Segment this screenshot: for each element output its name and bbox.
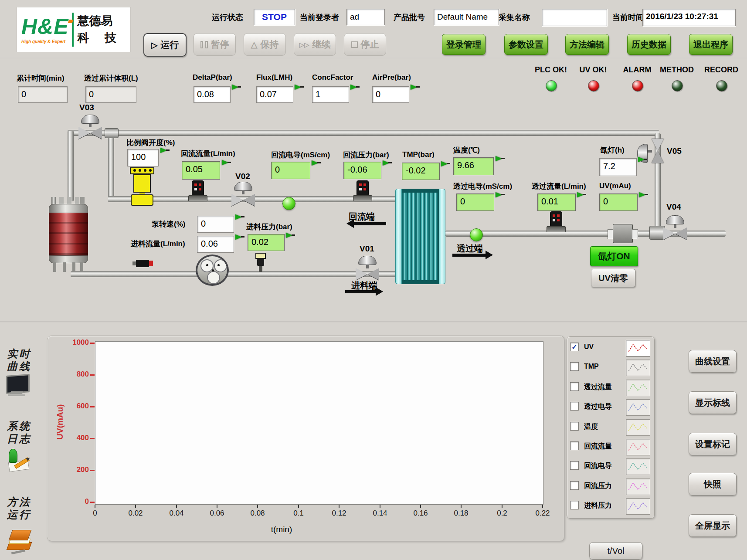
- sidebar-item-method-run[interactable]: 方法运行: [7, 496, 31, 521]
- valve-v02[interactable]: [230, 182, 256, 206]
- valve-body: [78, 127, 90, 139]
- permeate-cumulative-volume-value: 0: [85, 86, 136, 103]
- valve-v04-label: V04: [666, 202, 681, 212]
- logo-name-bottom: 科 技: [78, 30, 123, 47]
- login-management-button[interactable]: 登录管理: [442, 34, 486, 55]
- method-edit-button[interactable]: 方法编辑: [565, 34, 609, 55]
- xenon-lamp-hours-value[interactable]: 7.2: [599, 158, 637, 176]
- x-tick-mark: [217, 505, 217, 508]
- stop-button[interactable]: 停止: [344, 33, 386, 56]
- xenon-lamp-on-button[interactable]: 氙灯ON: [590, 246, 638, 266]
- airpre-label: AirPre(bar): [372, 73, 411, 82]
- reflux-arrow-icon: [350, 222, 386, 225]
- set-marker-button[interactable]: 设置标记: [689, 433, 737, 455]
- feed-flow-value[interactable]: 0.06: [197, 236, 234, 253]
- valve-dome: [81, 115, 99, 124]
- parameter-settings-button[interactable]: 参数设置: [504, 34, 548, 55]
- legend-line-sample-uv: [626, 340, 650, 356]
- current-user-input[interactable]: [346, 9, 385, 25]
- legend-checkbox-reflux-conductivity[interactable]: [570, 461, 579, 470]
- valve-v05-label: V05: [667, 146, 682, 156]
- permeate-cumulative-volume-label: 透过累计体积(L): [84, 73, 138, 83]
- hmi-screen: H&E High quality & Expert 慧德易 科 技 运行状态 S…: [0, 0, 747, 560]
- flag-icon: [350, 85, 360, 91]
- valve-v03[interactable]: [77, 115, 103, 139]
- current-time-label: 当前时间: [612, 12, 644, 23]
- recordled-label: RECORD: [697, 65, 745, 75]
- pause-button[interactable]: 暂停: [194, 33, 236, 56]
- legend-line-sample-temperature: [626, 419, 650, 436]
- flag-icon: [235, 234, 245, 241]
- plc-ok-led-label: PLC OK!: [527, 65, 575, 75]
- x-tick-label: 0: [80, 509, 110, 518]
- feed-port-label: 进料端: [351, 280, 377, 292]
- legend-checkbox-reflux-pressure[interactable]: [570, 481, 579, 490]
- play-button[interactable]: ▷运行: [143, 33, 187, 57]
- x-axis-label: t(min): [255, 525, 308, 534]
- exit-program-button[interactable]: 退出程序: [689, 34, 733, 55]
- flag-icon: [286, 233, 295, 239]
- sidebar-item-realtime-curve[interactable]: 实时曲线: [7, 348, 31, 373]
- legend-checkbox-tmp[interactable]: [570, 362, 579, 371]
- snapshot-button[interactable]: 快照: [689, 473, 737, 496]
- acquisition-name-label: 采集名称: [499, 12, 530, 23]
- history-data-button[interactable]: 历史数据: [627, 34, 671, 55]
- flag-icon: [496, 156, 505, 162]
- legend-checkbox-feed-pressure[interactable]: [570, 501, 579, 509]
- batch-input[interactable]: [434, 9, 499, 25]
- x-tick-mark: [502, 505, 503, 508]
- pump-speed-value[interactable]: 0: [197, 216, 234, 233]
- resume-icon: ▷▷: [299, 41, 309, 48]
- airpre-value[interactable]: 0: [372, 86, 409, 103]
- valve-v03-label: V03: [79, 103, 94, 112]
- concfactor-label: ConcFactor: [312, 73, 353, 82]
- fullscreen-button[interactable]: 全屏显示: [689, 514, 737, 537]
- prop-valve-bolts: [133, 169, 136, 172]
- legend-checkbox-permeate-conductivity[interactable]: [570, 402, 579, 411]
- sidebar-item-system-log[interactable]: 系统日志: [7, 420, 31, 445]
- legend-label-reflux-flow: 回流流量: [584, 442, 612, 451]
- sidebar-label-line: 系统: [7, 420, 31, 433]
- legend-checkbox-permeate-flow[interactable]: [570, 382, 579, 391]
- membrane-bottom-bar: [402, 280, 439, 284]
- flag-icon: [411, 85, 420, 91]
- y-tick-label: 1000: [61, 338, 89, 347]
- valve-v04[interactable]: [662, 215, 688, 240]
- y-tick-mark: [90, 470, 95, 471]
- xenon-lamp-hours-label: 氙灯(h): [600, 145, 625, 155]
- uv-zero-button[interactable]: UV清零: [591, 269, 635, 287]
- deltap-value[interactable]: 0.08: [194, 86, 231, 103]
- plot-area[interactable]: [95, 341, 543, 505]
- temperature-label: 温度(℃): [453, 145, 480, 155]
- hold-button[interactable]: △保持: [244, 33, 286, 56]
- led-indicator: [588, 80, 599, 92]
- x-tick-label: 0.14: [365, 509, 395, 518]
- y-tick-mark: [90, 406, 95, 407]
- section-divider: [0, 321, 747, 322]
- y-tick-mark: [90, 374, 95, 376]
- legend-checkbox-reflux-flow[interactable]: [570, 441, 579, 450]
- pump-dots: [212, 269, 214, 272]
- pause-button-label: 暂停: [211, 38, 229, 51]
- legend-label-tmp: TMP: [584, 363, 599, 370]
- legend-checkbox-uv[interactable]: ✓: [570, 343, 579, 351]
- t-vol-toggle-button[interactable]: t/Vol: [589, 542, 642, 560]
- feed-pressure-label: 进料压力(bar): [246, 222, 292, 232]
- prop-valve-opening-value[interactable]: 100: [127, 149, 159, 166]
- logo-tagline: High quality & Expert: [21, 39, 69, 44]
- valve-v01[interactable]: [354, 256, 380, 280]
- show-marker-line-button[interactable]: 显示标线: [689, 391, 737, 414]
- flux-value[interactable]: 0.07: [256, 86, 293, 103]
- reflux-flow-sensor-icon: [192, 180, 204, 196]
- reflux-conductivity-value: 0: [271, 162, 310, 179]
- concfactor-value[interactable]: 1: [312, 86, 349, 103]
- acquisition-name-input[interactable]: [542, 9, 607, 26]
- legend-line-sample-permeate-conductivity: [626, 399, 650, 416]
- legend-checkbox-temperature[interactable]: [570, 422, 579, 431]
- uv-absorbance-label: UV(mAu): [599, 182, 631, 190]
- curve-settings-button[interactable]: 曲线设置: [689, 350, 737, 373]
- y-tick-label: 800: [61, 370, 89, 379]
- resume-button[interactable]: ▷▷继续: [294, 33, 336, 56]
- stop-icon: [351, 41, 358, 48]
- y-tick-mark: [90, 343, 95, 344]
